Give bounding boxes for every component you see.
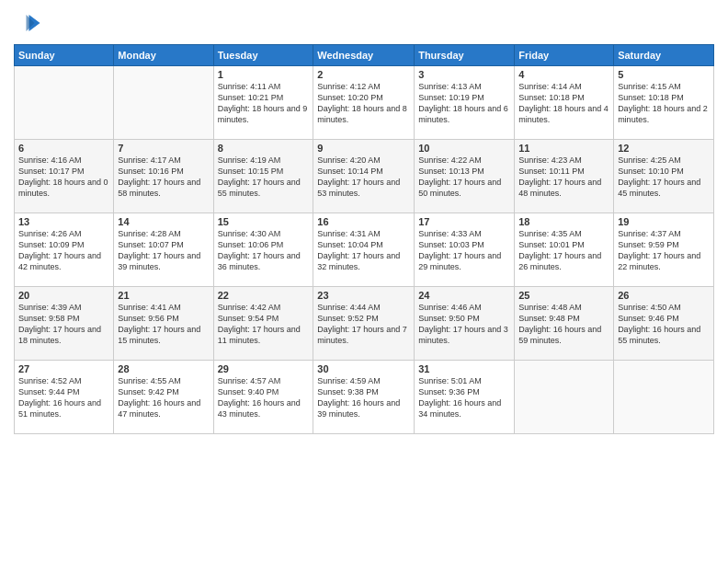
weekday-header: Saturday: [614, 45, 714, 66]
day-info: Sunrise: 4:48 AM Sunset: 9:48 PM Dayligh…: [518, 302, 609, 347]
calendar-cell: 23Sunrise: 4:44 AM Sunset: 9:52 PM Dayli…: [313, 287, 415, 361]
calendar-cell: 5Sunrise: 4:15 AM Sunset: 10:18 PM Dayli…: [614, 66, 714, 140]
calendar-week-row: 1Sunrise: 4:11 AM Sunset: 10:21 PM Dayli…: [15, 66, 714, 140]
day-number: 7: [118, 143, 209, 154]
calendar-cell: 18Sunrise: 4:35 AM Sunset: 10:01 PM Dayl…: [515, 213, 614, 287]
day-number: 30: [317, 363, 410, 374]
day-number: 9: [317, 143, 410, 154]
day-info: Sunrise: 4:31 AM Sunset: 10:04 PM Daylig…: [317, 228, 410, 273]
day-info: Sunrise: 4:50 AM Sunset: 9:46 PM Dayligh…: [618, 302, 710, 347]
calendar-cell: 28Sunrise: 4:55 AM Sunset: 9:42 PM Dayli…: [114, 361, 213, 434]
day-number: 14: [118, 216, 209, 227]
day-number: 12: [618, 143, 710, 154]
calendar-cell: 14Sunrise: 4:28 AM Sunset: 10:07 PM Dayl…: [114, 213, 213, 287]
day-info: Sunrise: 4:25 AM Sunset: 10:10 PM Daylig…: [618, 155, 710, 200]
calendar-cell: 31Sunrise: 5:01 AM Sunset: 9:36 PM Dayli…: [415, 361, 515, 434]
calendar-cell: 21Sunrise: 4:41 AM Sunset: 9:56 PM Dayli…: [114, 287, 213, 361]
day-info: Sunrise: 4:14 AM Sunset: 10:18 PM Daylig…: [518, 81, 609, 126]
calendar-week-row: 20Sunrise: 4:39 AM Sunset: 9:58 PM Dayli…: [15, 287, 714, 361]
day-info: Sunrise: 4:26 AM Sunset: 10:09 PM Daylig…: [18, 228, 109, 273]
calendar-cell: 16Sunrise: 4:31 AM Sunset: 10:04 PM Dayl…: [313, 213, 415, 287]
calendar-cell: 30Sunrise: 4:59 AM Sunset: 9:38 PM Dayli…: [313, 361, 415, 434]
day-info: Sunrise: 4:23 AM Sunset: 10:11 PM Daylig…: [518, 155, 609, 200]
calendar-cell: 15Sunrise: 4:30 AM Sunset: 10:06 PM Dayl…: [213, 213, 313, 287]
day-number: 25: [518, 290, 609, 301]
calendar-cell: 25Sunrise: 4:48 AM Sunset: 9:48 PM Dayli…: [515, 287, 614, 361]
weekday-header: Sunday: [15, 45, 114, 66]
weekday-header: Wednesday: [313, 45, 415, 66]
calendar-cell: 4Sunrise: 4:14 AM Sunset: 10:18 PM Dayli…: [515, 66, 614, 140]
day-info: Sunrise: 4:12 AM Sunset: 10:20 PM Daylig…: [317, 81, 410, 126]
calendar-cell: [114, 66, 213, 140]
weekday-header: Thursday: [415, 45, 515, 66]
day-info: Sunrise: 4:33 AM Sunset: 10:03 PM Daylig…: [418, 228, 510, 273]
day-number: 3: [418, 69, 510, 80]
day-number: 1: [218, 69, 310, 80]
day-info: Sunrise: 4:11 AM Sunset: 10:21 PM Daylig…: [218, 81, 310, 126]
day-info: Sunrise: 4:39 AM Sunset: 9:58 PM Dayligh…: [18, 302, 109, 347]
calendar-cell: 22Sunrise: 4:42 AM Sunset: 9:54 PM Dayli…: [213, 287, 313, 361]
day-number: 17: [418, 216, 510, 227]
calendar-table: SundayMondayTuesdayWednesdayThursdayFrid…: [14, 44, 714, 434]
day-info: Sunrise: 4:41 AM Sunset: 9:56 PM Dayligh…: [118, 302, 209, 347]
day-info: Sunrise: 4:57 AM Sunset: 9:40 PM Dayligh…: [218, 375, 310, 420]
header: [14, 9, 714, 37]
day-info: Sunrise: 4:30 AM Sunset: 10:06 PM Daylig…: [218, 228, 310, 273]
day-info: Sunrise: 4:16 AM Sunset: 10:17 PM Daylig…: [18, 155, 109, 200]
calendar-cell: 11Sunrise: 4:23 AM Sunset: 10:11 PM Dayl…: [515, 140, 614, 213]
day-info: Sunrise: 4:42 AM Sunset: 9:54 PM Dayligh…: [218, 302, 310, 347]
calendar-cell: 8Sunrise: 4:19 AM Sunset: 10:15 PM Dayli…: [213, 140, 313, 213]
day-number: 18: [518, 216, 609, 227]
day-number: 26: [618, 290, 710, 301]
day-info: Sunrise: 5:01 AM Sunset: 9:36 PM Dayligh…: [418, 375, 510, 420]
day-number: 8: [218, 143, 310, 154]
day-number: 10: [418, 143, 510, 154]
day-number: 6: [18, 143, 109, 154]
day-number: 19: [618, 216, 710, 227]
day-number: 28: [118, 363, 209, 374]
day-info: Sunrise: 4:20 AM Sunset: 10:14 PM Daylig…: [317, 155, 410, 200]
day-info: Sunrise: 4:15 AM Sunset: 10:18 PM Daylig…: [618, 81, 710, 126]
day-info: Sunrise: 4:22 AM Sunset: 10:13 PM Daylig…: [418, 155, 510, 200]
weekday-header: Tuesday: [213, 45, 313, 66]
weekday-header: Monday: [114, 45, 213, 66]
calendar-cell: 6Sunrise: 4:16 AM Sunset: 10:17 PM Dayli…: [15, 140, 114, 213]
day-number: 5: [618, 69, 710, 80]
day-info: Sunrise: 4:35 AM Sunset: 10:01 PM Daylig…: [518, 228, 609, 273]
calendar-cell: 13Sunrise: 4:26 AM Sunset: 10:09 PM Dayl…: [15, 213, 114, 287]
day-number: 23: [317, 290, 410, 301]
day-info: Sunrise: 4:19 AM Sunset: 10:15 PM Daylig…: [218, 155, 310, 200]
day-number: 21: [118, 290, 209, 301]
calendar-cell: 24Sunrise: 4:46 AM Sunset: 9:50 PM Dayli…: [415, 287, 515, 361]
calendar-cell: 17Sunrise: 4:33 AM Sunset: 10:03 PM Dayl…: [415, 213, 515, 287]
day-number: 11: [518, 143, 609, 154]
calendar-cell: 1Sunrise: 4:11 AM Sunset: 10:21 PM Dayli…: [213, 66, 313, 140]
calendar-cell: 19Sunrise: 4:37 AM Sunset: 9:59 PM Dayli…: [614, 213, 714, 287]
calendar-cell: 20Sunrise: 4:39 AM Sunset: 9:58 PM Dayli…: [15, 287, 114, 361]
day-info: Sunrise: 4:55 AM Sunset: 9:42 PM Dayligh…: [118, 375, 209, 420]
calendar-cell: [515, 361, 614, 434]
calendar-cell: 9Sunrise: 4:20 AM Sunset: 10:14 PM Dayli…: [313, 140, 415, 213]
calendar-cell: 2Sunrise: 4:12 AM Sunset: 10:20 PM Dayli…: [313, 66, 415, 140]
day-number: 27: [18, 363, 109, 374]
day-info: Sunrise: 4:17 AM Sunset: 10:16 PM Daylig…: [118, 155, 209, 200]
day-number: 24: [418, 290, 510, 301]
day-info: Sunrise: 4:59 AM Sunset: 9:38 PM Dayligh…: [317, 375, 410, 420]
day-number: 4: [518, 69, 609, 80]
day-number: 29: [218, 363, 310, 374]
day-info: Sunrise: 4:52 AM Sunset: 9:44 PM Dayligh…: [18, 375, 109, 420]
day-info: Sunrise: 4:13 AM Sunset: 10:19 PM Daylig…: [418, 81, 510, 126]
weekday-header: Friday: [515, 45, 614, 66]
calendar-week-row: 6Sunrise: 4:16 AM Sunset: 10:17 PM Dayli…: [15, 140, 714, 213]
day-info: Sunrise: 4:28 AM Sunset: 10:07 PM Daylig…: [118, 228, 209, 273]
calendar-cell: [15, 66, 114, 140]
calendar-cell: 12Sunrise: 4:25 AM Sunset: 10:10 PM Dayl…: [614, 140, 714, 213]
logo: [14, 9, 45, 37]
calendar-header-row: SundayMondayTuesdayWednesdayThursdayFrid…: [15, 45, 714, 66]
day-number: 13: [18, 216, 109, 227]
logo-icon: [14, 9, 41, 37]
calendar-cell: [614, 361, 714, 434]
calendar-cell: 10Sunrise: 4:22 AM Sunset: 10:13 PM Dayl…: [415, 140, 515, 213]
calendar-week-row: 27Sunrise: 4:52 AM Sunset: 9:44 PM Dayli…: [15, 361, 714, 434]
day-info: Sunrise: 4:46 AM Sunset: 9:50 PM Dayligh…: [418, 302, 510, 347]
